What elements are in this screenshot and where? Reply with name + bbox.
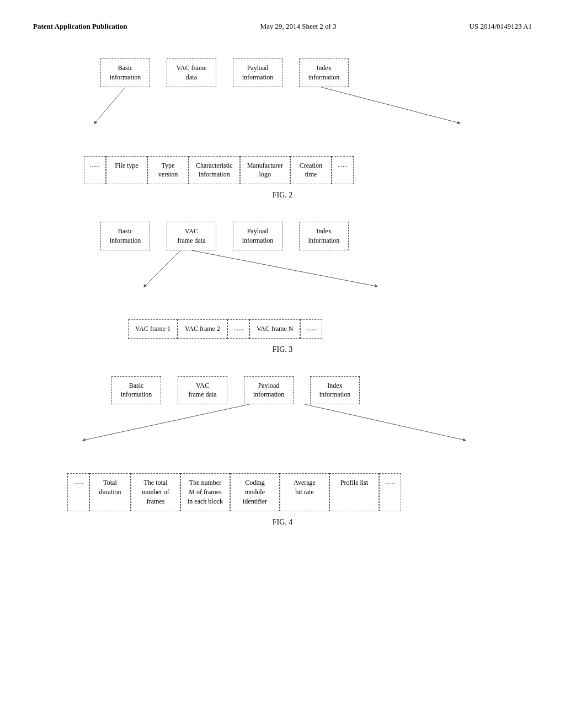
fig2-file-type: File type: [106, 156, 147, 185]
fig2-dots-right: ......: [332, 156, 354, 185]
fig3-dots-mid: ......: [227, 319, 249, 339]
fig4-dots-right: ......: [379, 473, 401, 511]
page: Patent Application Publication May 29, 2…: [0, 0, 565, 728]
fig4-top-row: Basicinformation VACframe data Payloadin…: [111, 376, 498, 405]
fig2-top-row: Basicinformation VAC framedata Payloadin…: [100, 58, 481, 87]
fig4-diagram: Basicinformation VACframe data Payloadin…: [67, 376, 498, 511]
header-center: May 29, 2014 Sheet 2 of 3: [260, 22, 336, 31]
header-left: Patent Application Publication: [33, 22, 127, 31]
fig4-arrows: [67, 404, 498, 440]
fig4-label: FIG. 4: [33, 518, 532, 527]
fig2-label: FIG. 2: [33, 191, 532, 200]
header-right: US 2014/0149123 A1: [470, 22, 532, 31]
fig2-dots-left: ......: [84, 156, 106, 185]
svg-line-3: [191, 250, 376, 286]
svg-line-5: [305, 404, 465, 440]
svg-line-1: [321, 87, 459, 123]
fig4-dots-left: ......: [67, 473, 89, 511]
svg-line-2: [145, 250, 180, 286]
fig4-profile-list: Profile list: [329, 473, 379, 511]
fig2-bottom-row: ...... File type Typeversion Characteris…: [84, 156, 481, 185]
fig4-total-frames: The totalnumber offrames: [131, 473, 180, 511]
svg-line-0: [95, 87, 125, 123]
fig3-payload-info: Payloadinformation: [233, 222, 282, 250]
fig2-index-info: Indexinformation: [299, 58, 349, 87]
fig3-vac-frame-1: VAC frame 1: [128, 319, 178, 339]
fig2-characteristic: Characteristicinformation: [189, 156, 240, 185]
fig3-basic-info: Basicinformation: [100, 222, 150, 250]
fig2-vac-frame-data: VAC framedata: [167, 58, 216, 87]
fig2-diagram: Basicinformation VAC framedata Payloadin…: [84, 58, 481, 184]
svg-line-4: [84, 404, 249, 440]
page-header: Patent Application Publication May 29, 2…: [33, 22, 532, 31]
fig2-section: Basicinformation VAC framedata Payloadin…: [33, 58, 532, 200]
fig2-type-version: Typeversion: [147, 156, 189, 185]
fig2-manufacturer-logo: Manufacturerlogo: [240, 156, 290, 185]
fig2-arrows: [84, 87, 481, 123]
fig4-bottom-row: ...... Totalduration The totalnumber off…: [67, 473, 498, 511]
fig3-diagram: Basicinformation VACframe data Payloadin…: [84, 222, 481, 338]
fig4-section: Basicinformation VACframe data Payloadin…: [33, 376, 532, 527]
fig3-vac-frame-2: VAC frame 2: [178, 319, 227, 339]
fig3-top-row: Basicinformation VACframe data Payloadin…: [100, 222, 481, 250]
fig3-arrows: [84, 250, 481, 286]
fig3-dots-end: ......: [300, 319, 322, 339]
fig4-coding-module: Codingmoduleidentifier: [230, 473, 280, 511]
fig4-basic-info: Basicinformation: [111, 376, 161, 405]
fig4-vac-frame-data: VACframe data: [178, 376, 227, 405]
fig2-basic-info: Basicinformation: [100, 58, 150, 87]
fig4-payload-info: Payloadinformation: [244, 376, 294, 405]
fig3-vac-frame-data: VACframe data: [167, 222, 216, 250]
fig4-index-info: Indexinformation: [310, 376, 360, 405]
fig4-total-duration: Totalduration: [89, 473, 131, 511]
fig3-index-info: Indexinformation: [299, 222, 349, 250]
fig3-bottom-row: VAC frame 1 VAC frame 2 ...... VAC frame…: [128, 319, 481, 339]
fig4-avg-bitrate: Averagebit rate: [280, 473, 329, 511]
fig3-section: Basicinformation VACframe data Payloadin…: [33, 222, 532, 354]
fig2-creation-time: Creationtime: [290, 156, 332, 185]
fig2-payload-info: Payloadinformation: [233, 58, 282, 87]
fig4-num-frames-block: The numberM of framesin each block: [180, 473, 230, 511]
fig3-vac-frame-n: VAC frame N: [249, 319, 300, 339]
fig3-label: FIG. 3: [33, 345, 532, 354]
